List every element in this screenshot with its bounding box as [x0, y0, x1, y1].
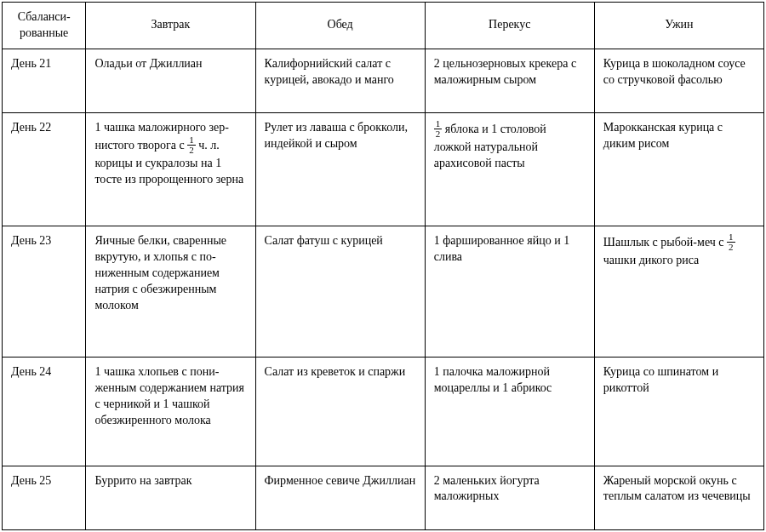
snack-cell: 2 цельнозерновых крекера с маложир­ным с…	[425, 49, 594, 112]
header-type: Сбаланси­рованные	[3, 3, 86, 49]
dinner-cell: Марокканская курица с диким рисом	[594, 113, 763, 226]
day-cell: День 25	[3, 466, 86, 530]
meal-plan-table: Сбаланси­рованные Завтрак Обед Перекус У…	[2, 2, 764, 530]
breakfast-cell: Яичные белки, сваренные вкрутую, и хлопь…	[86, 226, 255, 358]
header-breakfast: Завтрак	[86, 3, 255, 49]
day-cell: День 22	[3, 113, 86, 226]
header-dinner: Ужин	[594, 3, 763, 49]
lunch-cell: Фирменное севиче Джиллиан	[255, 466, 425, 530]
lunch-cell: Рулет из лаваша с брокколи, индейкой и с…	[255, 113, 425, 226]
snack-cell: 1 фаршированное яйцо и 1 слива	[425, 226, 594, 358]
fraction: 12	[434, 119, 443, 139]
header-row: Сбаланси­рованные Завтрак Обед Перекус У…	[3, 3, 764, 49]
table-row: День 221 чашка маложирного зер­нистого т…	[3, 113, 764, 226]
dinner-cell: Шашлык с рыбой-меч с 12 чашки дикого рис…	[594, 226, 763, 358]
lunch-cell: Калифорнийский салат с курицей, авокадо …	[255, 49, 425, 112]
header-snack: Перекус	[425, 3, 594, 49]
breakfast-cell: Буррито на завтрак	[86, 466, 255, 530]
breakfast-cell: 1 чашка маложирного зер­нистого творога …	[86, 113, 255, 226]
fraction: 12	[727, 232, 735, 252]
dinner-cell: Жареный морской окунь с теплым салатом и…	[594, 466, 763, 530]
snack-cell: 2 маленьких йогурта маложирных	[425, 466, 594, 530]
header-lunch: Обед	[255, 3, 425, 49]
lunch-cell: Салат из креветок и спаржи	[255, 357, 425, 466]
breakfast-cell: Оладьи от Джиллиан	[86, 49, 255, 112]
table-row: День 25Буррито на завтракФирменное севич…	[3, 466, 764, 530]
lunch-cell: Салат фатуш с курицей	[255, 226, 425, 358]
breakfast-cell: 1 чашка хлопьев с пони­женным содержание…	[86, 357, 255, 466]
dinner-cell: Курица со шпинатом и рикоттой	[594, 357, 763, 466]
snack-cell: 1 палочка маложир­ной моцареллы и 1 абри…	[425, 357, 594, 466]
snack-cell: 12 яблока и 1 сто­ловой ложкой нату­раль…	[425, 113, 594, 226]
day-cell: День 23	[3, 226, 86, 358]
table-row: День 21Оладьи от ДжиллианКалифорнийский …	[3, 49, 764, 112]
table-row: День 241 чашка хлопьев с пони­женным сод…	[3, 357, 764, 466]
table-row: День 23Яичные белки, сваренные вкрутую, …	[3, 226, 764, 358]
day-cell: День 24	[3, 357, 86, 466]
day-cell: День 21	[3, 49, 86, 112]
fraction: 12	[187, 135, 196, 155]
dinner-cell: Курица в шоколадном соусе со стручковой …	[594, 49, 763, 112]
